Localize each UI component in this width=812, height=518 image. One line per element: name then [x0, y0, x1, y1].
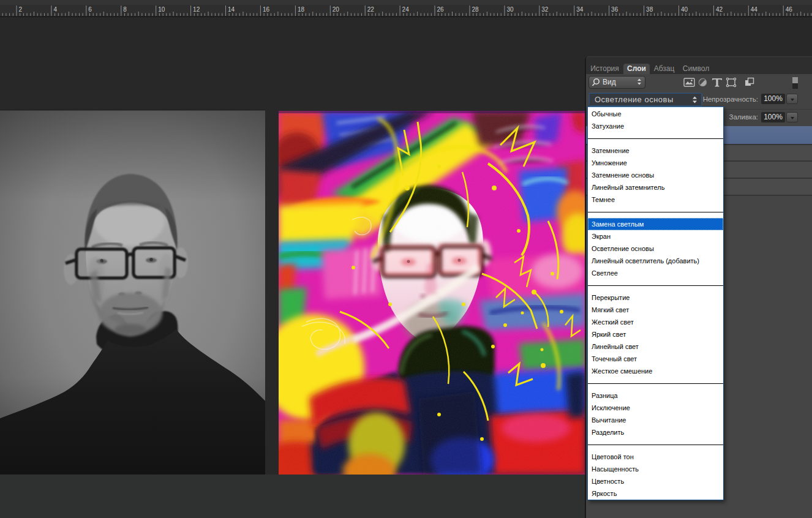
svg-text:8: 8: [123, 6, 127, 13]
svg-text:Вид: Вид: [603, 78, 616, 86]
svg-text:38: 38: [646, 6, 653, 13]
svg-text:22: 22: [367, 6, 375, 13]
svg-text:44: 44: [751, 6, 758, 13]
svg-text:40: 40: [681, 6, 688, 13]
svg-text:6: 6: [88, 6, 92, 13]
svg-text:26: 26: [437, 6, 445, 13]
svg-text:30: 30: [506, 6, 514, 13]
svg-text:20: 20: [333, 6, 340, 13]
svg-text:18: 18: [298, 6, 305, 13]
svg-text:36: 36: [611, 6, 618, 13]
svg-text:34: 34: [576, 6, 584, 13]
svg-text:24: 24: [402, 6, 410, 13]
svg-text:16: 16: [263, 6, 270, 13]
svg-text:10: 10: [158, 6, 165, 13]
svg-text:14: 14: [228, 6, 235, 13]
svg-text:42: 42: [716, 6, 723, 13]
svg-text:2: 2: [19, 6, 23, 13]
svg-text:32: 32: [541, 6, 549, 13]
svg-text:4: 4: [53, 6, 57, 13]
svg-text:46: 46: [786, 6, 793, 13]
svg-text:12: 12: [193, 6, 200, 13]
svg-text:28: 28: [472, 6, 479, 13]
